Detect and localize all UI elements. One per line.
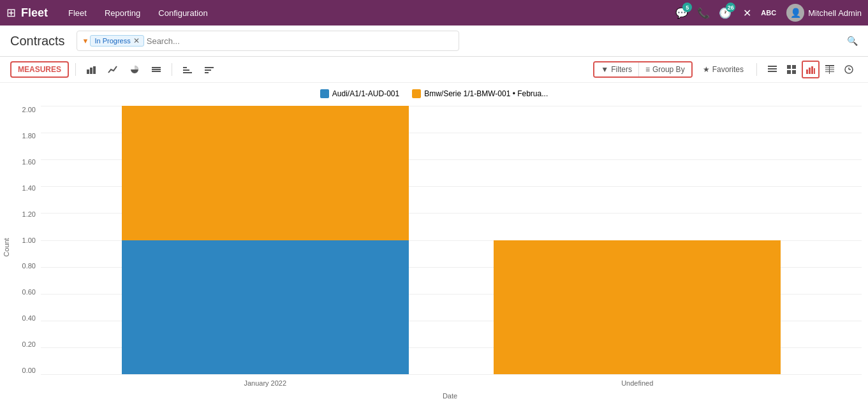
username: Mitchell Admin	[808, 8, 862, 18]
y-axis-label: Count	[3, 238, 10, 256]
legend-color-audi	[320, 89, 329, 98]
clock-icon[interactable]: 🕐 26	[716, 4, 734, 22]
toolbar-separator-3	[756, 63, 757, 76]
filter-icon: ▼	[601, 65, 608, 74]
x-axis-title: Date	[0, 391, 862, 402]
clock-badge: 26	[726, 3, 735, 12]
svg-rect-15	[787, 65, 791, 69]
svg-rect-11	[205, 72, 209, 73]
svg-rect-17	[787, 70, 791, 74]
pie-chart-type-btn[interactable]	[126, 61, 143, 78]
search-input[interactable]	[144, 36, 453, 46]
legend-item-bmw: Bmw/Serie 1/1-BMW-001 • Februa...	[412, 89, 548, 98]
toolbar: MEASURES ▼ Filters ≡ Group By ★ Favorite…	[0, 57, 868, 83]
star-icon: ★	[703, 65, 710, 74]
nav-reporting[interactable]: Reporting	[97, 0, 148, 25]
legend-label-bmw: Bmw/Serie 1/1-BMW-001 • Februa...	[424, 89, 548, 98]
bar-chart-view-btn[interactable]	[802, 61, 820, 78]
list-view-btn[interactable]	[763, 61, 781, 78]
svg-rect-7	[183, 69, 189, 71]
x-label-undefined: Undefined	[452, 379, 824, 387]
filters-button[interactable]: ▼ Filters	[594, 62, 639, 76]
svg-rect-20	[809, 68, 811, 74]
svg-rect-22	[814, 68, 815, 74]
bar-segment-bmw-jan	[122, 106, 409, 240]
y-axis: 0.00 0.20 0.40 0.60 0.80 1.00 1.20 1.40 …	[13, 103, 41, 391]
svg-rect-1	[90, 68, 92, 74]
svg-rect-18	[792, 70, 796, 74]
svg-rect-21	[811, 66, 813, 74]
svg-rect-8	[183, 67, 187, 68]
chat-badge: 5	[682, 3, 692, 12]
svg-rect-3	[152, 71, 161, 72]
top-icons: 💬 5 📞 🕐 26 ✕ ABC 👤 Mitchell Admin	[673, 4, 862, 22]
nav-configuration[interactable]: Configuration	[151, 0, 215, 25]
svg-rect-16	[792, 65, 796, 69]
close-icon[interactable]: ✕	[738, 4, 756, 22]
legend-label-audi: Audi/A1/1-AUD-001	[332, 89, 399, 98]
toolbar-separator-2	[172, 63, 172, 76]
clock-view-btn[interactable]	[840, 61, 858, 78]
legend-item-audi: Audi/A1/1-AUD-001	[320, 89, 399, 98]
chart-legend: Audi/A1/1-AUD-001 Bmw/Serie 1/1-BMW-001 …	[0, 89, 868, 98]
abc-label[interactable]: ABC	[760, 4, 777, 22]
in-progress-filter-tag[interactable]: In Progress ✕	[90, 35, 143, 47]
svg-rect-14	[768, 71, 777, 72]
filter-tag-close[interactable]: ✕	[133, 36, 140, 45]
svg-rect-4	[152, 69, 161, 70]
svg-rect-2	[93, 66, 96, 74]
app-brand[interactable]: Fleet	[21, 6, 48, 20]
subheader: Contracts ▼ In Progress ✕ 🔍	[0, 25, 868, 57]
svg-rect-27	[829, 65, 830, 74]
bar-segment-bmw-undefined	[494, 240, 781, 375]
search-bar: ▼ In Progress ✕	[77, 31, 459, 51]
svg-rect-0	[87, 69, 89, 74]
legend-color-bmw	[412, 89, 421, 98]
user-menu[interactable]: 👤 Mitchell Admin	[786, 4, 862, 22]
svg-rect-5	[152, 67, 161, 68]
bar-chart-type-btn[interactable]	[82, 61, 100, 78]
x-label-jan2022: January 2022	[79, 379, 452, 387]
filter-funnel-icon: ▼	[82, 37, 89, 45]
x-labels: January 2022 Undefined	[41, 379, 862, 387]
svg-rect-13	[768, 68, 777, 69]
kanban-view-btn[interactable]	[783, 61, 800, 78]
stacked-chart-type-btn[interactable]	[147, 61, 165, 78]
table-view-btn[interactable]	[821, 61, 839, 78]
bars-area	[41, 106, 862, 374]
toolbar-separator-1	[75, 63, 76, 76]
line-chart-type-btn[interactable]	[104, 61, 122, 78]
grid-icon[interactable]: ⊞	[6, 6, 16, 20]
page-title: Contracts	[10, 34, 65, 48]
plot-area: January 2022 Undefined	[41, 103, 862, 391]
filter-tag-label: In Progress	[94, 37, 130, 45]
favorites-button[interactable]: ★ Favorites	[696, 62, 750, 76]
groupby-button[interactable]: ≡ Group By	[639, 62, 691, 76]
svg-rect-12	[768, 66, 777, 67]
top-navigation: ⊞ Fleet Fleet Reporting Configuration 💬 …	[0, 0, 868, 25]
filter-groupby-area: ▼ Filters ≡ Group By	[593, 61, 692, 78]
avatar: 👤	[786, 4, 804, 22]
phone-icon[interactable]: 📞	[695, 4, 712, 22]
svg-rect-9	[205, 67, 214, 68]
chart-area: Audi/A1/1-AUD-001 Bmw/Serie 1/1-BMW-001 …	[0, 83, 868, 407]
sort-asc-btn[interactable]	[179, 61, 196, 78]
measures-button[interactable]: MEASURES	[10, 61, 69, 78]
svg-rect-19	[806, 69, 808, 74]
search-icon[interactable]: 🔍	[847, 36, 858, 46]
chat-icon[interactable]: 💬 5	[673, 4, 691, 22]
bar-group-undefined	[494, 106, 781, 374]
svg-rect-10	[205, 69, 211, 71]
sort-desc-btn[interactable]	[200, 61, 218, 78]
groupby-icon: ≡	[645, 65, 650, 74]
bar-group-jan2022	[122, 106, 409, 374]
bar-segment-audi-jan	[122, 240, 409, 375]
svg-rect-6	[183, 72, 192, 73]
view-icons	[763, 61, 858, 78]
nav-fleet[interactable]: Fleet	[61, 0, 94, 25]
